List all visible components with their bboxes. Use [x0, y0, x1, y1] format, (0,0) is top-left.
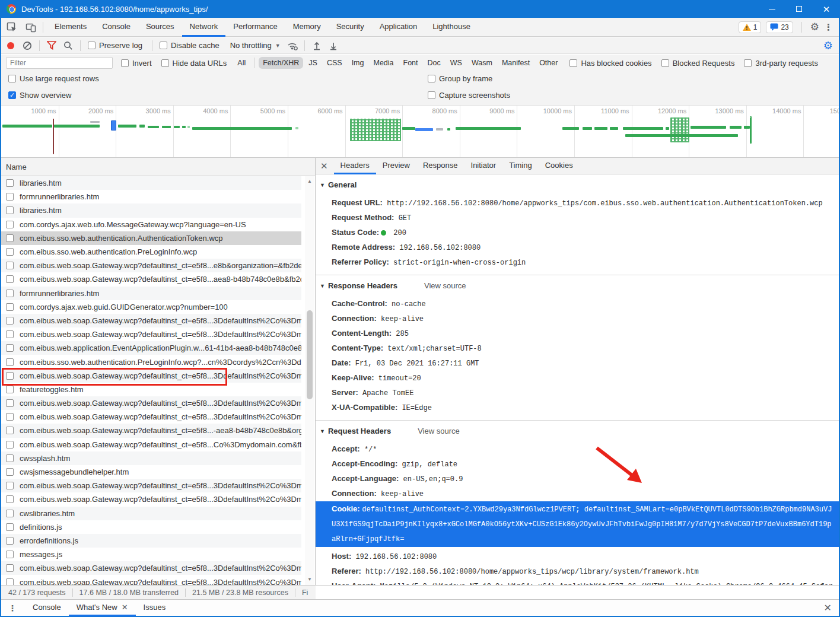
request-row[interactable]: com.eibus.web.soap.Gateway.wcp?defaultin… — [1, 479, 301, 492]
request-row[interactable]: definitions.js — [1, 520, 301, 534]
row-checkbox[interactable] — [6, 386, 14, 393]
inspect-element-icon[interactable] — [4, 20, 20, 35]
capture-screenshots-checkbox[interactable]: Capture screenshots — [428, 91, 510, 100]
request-row[interactable]: libraries.htm — [1, 176, 301, 190]
view-source-link[interactable]: View source — [424, 280, 466, 292]
use-large-rows-checkbox[interactable]: Use large request rows — [8, 74, 99, 83]
tab-elements[interactable]: Elements — [47, 18, 94, 37]
detail-tab-preview[interactable]: Preview — [376, 158, 416, 174]
request-row[interactable]: com.cordys.ajax.web.ufo.MessageGateway.w… — [1, 218, 301, 231]
row-checkbox[interactable] — [6, 234, 14, 242]
request-row[interactable]: formrunnerlibraries.htm — [1, 287, 301, 300]
filter-type-js[interactable]: JS — [304, 57, 322, 69]
request-row[interactable]: featuretoggles.htm — [1, 383, 301, 396]
request-row[interactable]: formrunnerlibraries.htm — [1, 190, 301, 203]
request-row[interactable]: com.eibus.sso.web.authentication.PreLogi… — [1, 355, 301, 368]
row-checkbox[interactable] — [6, 358, 14, 366]
row-checkbox[interactable] — [6, 454, 14, 462]
network-settings-gear-icon[interactable]: ⚙ — [823, 39, 833, 52]
request-row[interactable]: com.eibus.web.soap.Gateway.wcp?defaultin… — [1, 561, 301, 575]
settings-gear-icon[interactable]: ⚙ — [810, 22, 819, 32]
minimize-button[interactable] — [758, 0, 785, 18]
view-source-link[interactable]: View source — [418, 425, 460, 437]
request-row[interactable]: com.eibus.web.soap.Gateway.wcp?defaultin… — [1, 369, 301, 383]
tab-application[interactable]: Application — [372, 18, 425, 37]
name-column-header[interactable]: Name — [1, 158, 315, 176]
close-tab-icon[interactable]: ✕ — [122, 603, 128, 612]
tab-sources[interactable]: Sources — [138, 18, 182, 37]
request-row[interactable]: com.eibus.web.soap.Gateway.wcp?defaultin… — [1, 575, 301, 585]
request-row[interactable]: errordefinitions.js — [1, 534, 301, 548]
row-checkbox[interactable] — [6, 193, 14, 201]
row-checkbox[interactable] — [6, 399, 14, 407]
row-checkbox[interactable] — [6, 330, 14, 338]
filter-input[interactable] — [6, 57, 113, 69]
row-checkbox[interactable] — [6, 179, 14, 187]
request-row[interactable]: com.eibus.web.soap.Gateway.wcp?defaultin… — [1, 396, 301, 410]
tab-network[interactable]: Network — [182, 18, 226, 37]
export-har-icon[interactable] — [325, 38, 342, 53]
filter-type-manifest[interactable]: Manifest — [498, 57, 534, 69]
drawer-tab-what-s-new[interactable]: What's New✕ — [69, 600, 136, 616]
drawer-tab-console[interactable]: Console — [25, 600, 69, 616]
group-by-frame-checkbox[interactable]: Group by frame — [428, 74, 492, 83]
request-row[interactable]: com.eibus.web.soap.Gateway.wcp?defaultin… — [1, 259, 301, 272]
search-icon[interactable] — [60, 38, 77, 53]
row-checkbox[interactable] — [6, 303, 14, 311]
row-checkbox[interactable] — [6, 537, 14, 545]
request-row[interactable]: cwsjsmessagebundlehelper.htm — [1, 465, 301, 479]
request-row[interactable]: com.eibus.web.soap.Gateway.wcp?defaultin… — [1, 410, 301, 424]
request-row[interactable]: libraries.htm — [1, 203, 301, 217]
filter-type-all[interactable]: All — [233, 57, 250, 69]
more-options-icon[interactable]: ⋮ — [824, 22, 833, 33]
device-toolbar-icon[interactable] — [23, 20, 39, 35]
filter-type-css[interactable]: CSS — [323, 57, 346, 69]
row-checkbox[interactable] — [6, 578, 14, 585]
request-row[interactable]: com.eibus.web.soap.Gateway.wcp?defaultin… — [1, 492, 301, 506]
detail-tab-initiator[interactable]: Initiator — [464, 158, 503, 174]
response-headers-section-header[interactable]: ▼ Response Headers View source — [316, 280, 839, 292]
request-row[interactable]: com.eibus.web.soap.Gateway.wcp?defaultin… — [1, 424, 301, 437]
filter-funnel-icon[interactable] — [43, 38, 60, 53]
request-row[interactable]: com.eibus.sso.web.authentication.PreLogi… — [1, 245, 301, 259]
filter-type-fetch-xhr[interactable]: Fetch/XHR — [259, 57, 303, 69]
close-drawer-icon[interactable]: ✕ — [824, 602, 832, 613]
scrollbar[interactable]: ▲ ▼ — [305, 176, 314, 585]
tab-performance[interactable]: Performance — [225, 18, 285, 37]
row-checkbox[interactable] — [6, 427, 14, 434]
row-checkbox[interactable] — [6, 495, 14, 503]
record-button[interactable] — [7, 42, 14, 49]
request-row[interactable]: com.eibus.web.soap.Gateway.wcp?defaultin… — [1, 272, 301, 286]
import-har-icon[interactable] — [308, 38, 325, 53]
network-conditions-icon[interactable] — [284, 38, 301, 53]
request-row[interactable]: cwslibraries.htm — [1, 507, 301, 520]
filter-type-ws[interactable]: WS — [446, 57, 466, 69]
tab-security[interactable]: Security — [329, 18, 372, 37]
disable-cache-checkbox[interactable]: Disable cache — [160, 41, 222, 50]
row-checkbox[interactable] — [6, 413, 14, 421]
filter-type-other[interactable]: Other — [535, 57, 562, 69]
detail-tab-cookies[interactable]: Cookies — [539, 158, 580, 174]
network-overview-timeline[interactable]: 1000 ms2000 ms3000 ms4000 ms5000 ms6000 … — [1, 105, 839, 158]
row-checkbox[interactable] — [6, 372, 14, 380]
third-party-requests-checkbox[interactable]: 3rd-party requests — [744, 59, 820, 68]
row-checkbox[interactable] — [6, 510, 14, 517]
maximize-button[interactable] — [785, 0, 813, 18]
drawer-menu-icon[interactable]: ⋮ — [8, 603, 17, 613]
row-checkbox[interactable] — [6, 523, 14, 531]
hide-data-urls-checkbox[interactable]: Hide data URLs — [161, 59, 230, 68]
row-checkbox[interactable] — [6, 221, 14, 228]
row-checkbox[interactable] — [6, 482, 14, 489]
request-row[interactable]: com.eibus.web.soap.Gateway.wcp?defaultin… — [1, 327, 301, 341]
row-checkbox[interactable] — [6, 551, 14, 558]
filter-type-media[interactable]: Media — [369, 57, 397, 69]
tab-lighthouse[interactable]: Lighthouse — [425, 18, 478, 37]
cookie-header-row-highlighted[interactable]: Cookie: defaultinst_AuthContext=2.YXBwd2… — [316, 501, 839, 547]
drawer-tab-issues[interactable]: Issues — [136, 600, 174, 616]
scroll-down-icon[interactable]: ▼ — [305, 575, 314, 584]
scroll-up-icon[interactable]: ▲ — [305, 177, 314, 186]
request-row[interactable]: cwssplash.htm — [1, 451, 301, 465]
row-checkbox[interactable] — [6, 290, 14, 297]
row-checkbox[interactable] — [6, 344, 14, 352]
row-checkbox[interactable] — [6, 468, 14, 476]
